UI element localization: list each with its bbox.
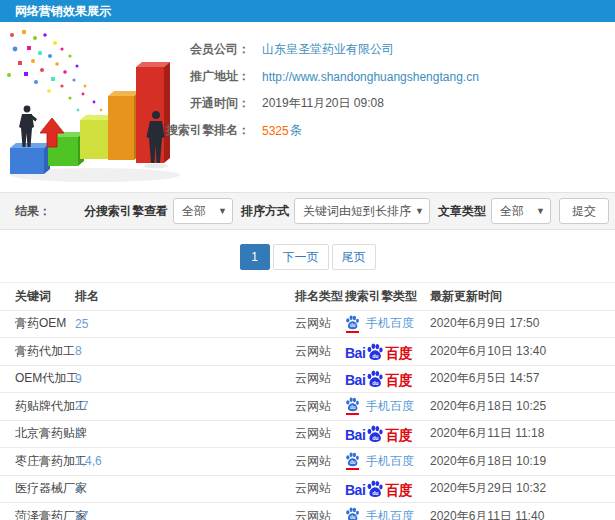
engine-cell: du du 手机百度 xyxy=(345,507,430,520)
next-page-button[interactable]: 下一页 xyxy=(273,244,329,270)
rank-link[interactable]: 4 xyxy=(75,482,295,496)
article-type-selected: 全部 xyxy=(500,204,524,218)
filter-bar: 结果： 分搜索引擎查看 全部 ▼ 排序方式 关键词由短到长排序 ▼ 文章类型 全… xyxy=(0,192,615,230)
header-updated: 最新更新时间 xyxy=(430,288,615,305)
header-keyword: 关键词 xyxy=(15,288,75,305)
last-page-button[interactable]: 尾页 xyxy=(332,244,376,270)
svg-text:du: du xyxy=(350,516,356,520)
results-label: 结果： xyxy=(15,203,51,220)
table-row: 膏药代加工 8 云网站 Bai du 百度 xyxy=(0,338,615,366)
rank-type-cell: 云网站 xyxy=(295,315,345,332)
confetti-dots xyxy=(7,30,107,122)
baidu-paw-icon: du xyxy=(366,480,384,498)
baidu-logo: Bai du 百度 xyxy=(345,343,412,360)
svg-text:du: du xyxy=(350,323,356,328)
engine-cell: Bai du 百度 du xyxy=(345,425,430,442)
rank-type-cell: 云网站 xyxy=(295,425,345,442)
rank-link[interactable]: 8 xyxy=(75,344,295,358)
sort-select[interactable]: 关键词由短到长排序 ▼ xyxy=(294,198,430,224)
red-underline xyxy=(346,468,359,470)
mobile-baidu-label: 手机百度 xyxy=(366,453,414,470)
businessman-left xyxy=(19,106,37,147)
baidu-bai-text: Bai xyxy=(345,483,365,497)
keyword-cell: 医疗器械厂家 xyxy=(15,480,75,497)
company-link[interactable]: 山东皇圣堂药业有限公司 xyxy=(262,41,394,58)
engine-view-select[interactable]: 全部 ▼ xyxy=(173,198,233,224)
rank-type-cell: 云网站 xyxy=(295,453,345,470)
baidu-logo: Bai du 百度 xyxy=(345,370,412,387)
baidu-paw-icon: du xyxy=(366,343,384,361)
updated-cell: 2020年5月29日 10:32 xyxy=(430,480,615,497)
header-engine-type: 搜索引擎类型 xyxy=(345,288,430,305)
promo-url-link[interactable]: http://www.shandonghuangshengtang.cn xyxy=(262,70,479,84)
rank-link[interactable]: 9 xyxy=(75,372,295,386)
keyword-cell: 枣庄膏药加工 xyxy=(15,453,75,470)
red-underline xyxy=(346,331,359,333)
mobile-baidu-icon: du xyxy=(345,397,360,415)
rank-link[interactable]: 27 xyxy=(75,399,295,413)
chevron-down-icon: ▼ xyxy=(536,199,545,223)
mobile-baidu-badge: du 手机百度 xyxy=(345,315,414,333)
table-header-row: 关键词 排名 排名类型 搜索引擎类型 最新更新时间 xyxy=(0,283,615,311)
open-time-label: 开通时间： xyxy=(150,95,250,112)
table-row: 膏药OEM 25 云网站 du xyxy=(0,311,615,339)
table-row: 医疗器械厂家 4 云网站 Bai du 百度 xyxy=(0,476,615,504)
updated-cell: 2020年6月9日 17:50 xyxy=(430,315,615,332)
baidu-paw-icon: du xyxy=(366,370,384,388)
promo-url-label: 推广地址： xyxy=(150,68,250,85)
info-section: 会员公司： 山东皇圣堂药业有限公司 推广地址： http://www.shand… xyxy=(0,22,615,192)
rank-count-label: 搜索引擎排名： xyxy=(150,122,250,139)
table-row: OEM代加工 9 云网站 Bai du 百度 xyxy=(0,366,615,394)
info-row-company: 会员公司： 山东皇圣堂药业有限公司 xyxy=(150,36,479,63)
baidu-cn-text: 百度 xyxy=(385,428,412,442)
bar-orange xyxy=(108,91,140,160)
rank-link[interactable]: 1,4,6 xyxy=(75,454,295,468)
table-row: 药贴牌代加工 27 云网站 du xyxy=(0,393,615,421)
rank-type-cell: 云网站 xyxy=(295,508,345,520)
keyword-cell: 膏药代加工 xyxy=(15,343,75,360)
mobile-baidu-label: 手机百度 xyxy=(366,508,414,520)
results-table: 关键词 排名 排名类型 搜索引擎类型 最新更新时间 膏药OEM 25 云网站 d… xyxy=(0,282,615,520)
mobile-baidu-icon: du xyxy=(345,507,360,520)
baidu-logo: Bai du 百度 xyxy=(345,425,412,442)
sort-label: 排序方式 xyxy=(241,203,289,220)
pagination: 1 下一页 尾页 xyxy=(0,244,615,270)
keyword-cell: 北京膏药贴牌 xyxy=(15,425,75,442)
rank-link[interactable]: 25 xyxy=(75,317,295,331)
rank-link[interactable]: 1 xyxy=(75,427,295,441)
mobile-baidu-badge: du 手机百度 xyxy=(345,507,414,520)
rank-type-cell: 云网站 xyxy=(295,398,345,415)
engine-cell: du du 手机百度 xyxy=(345,315,430,333)
open-time-value: 2019年11月20日 09:08 xyxy=(262,95,384,112)
engine-view-selected: 全部 xyxy=(182,204,206,218)
rank-count-suffix: 条 xyxy=(290,122,302,139)
bar-blue xyxy=(10,143,50,174)
table-body: 膏药OEM 25 云网站 du xyxy=(0,311,615,520)
chevron-down-icon: ▼ xyxy=(415,199,424,223)
rank-type-cell: 云网站 xyxy=(295,343,345,360)
updated-cell: 2020年6月10日 13:40 xyxy=(430,343,615,360)
baidu-cn-text: 百度 xyxy=(385,483,412,497)
table-row: 菏泽膏药厂家 17 云网站 du xyxy=(0,503,615,520)
submit-button[interactable]: 提交 xyxy=(559,198,609,224)
engine-cell: Bai du 百度 du xyxy=(345,480,430,497)
rank-count-value: 5325 xyxy=(262,124,289,138)
mobile-baidu-icon: du xyxy=(345,315,360,333)
page-button-current[interactable]: 1 xyxy=(240,244,270,270)
updated-cell: 2020年6月11日 11:40 xyxy=(430,508,615,520)
table-row: 北京膏药贴牌 1 云网站 Bai du 百度 xyxy=(0,421,615,449)
info-fields: 会员公司： 山东皇圣堂药业有限公司 推广地址： http://www.shand… xyxy=(150,36,479,144)
engine-cell: du du 手机百度 xyxy=(345,452,430,470)
baidu-bai-text: Bai xyxy=(345,428,365,442)
page-title: 网络营销效果展示 xyxy=(0,0,615,22)
article-type-select[interactable]: 全部 ▼ xyxy=(491,198,551,224)
svg-text:du: du xyxy=(350,406,356,411)
mobile-baidu-label: 手机百度 xyxy=(366,315,414,332)
mobile-baidu-badge: du 手机百度 xyxy=(345,397,414,415)
keyword-cell: 膏药OEM xyxy=(15,315,75,332)
sort-selected: 关键词由短到长排序 xyxy=(303,204,411,218)
baidu-bai-text: Bai xyxy=(345,346,365,360)
rank-link[interactable]: 17 xyxy=(75,509,295,520)
company-label: 会员公司： xyxy=(150,41,250,58)
baidu-cn-text: 百度 xyxy=(385,346,412,360)
